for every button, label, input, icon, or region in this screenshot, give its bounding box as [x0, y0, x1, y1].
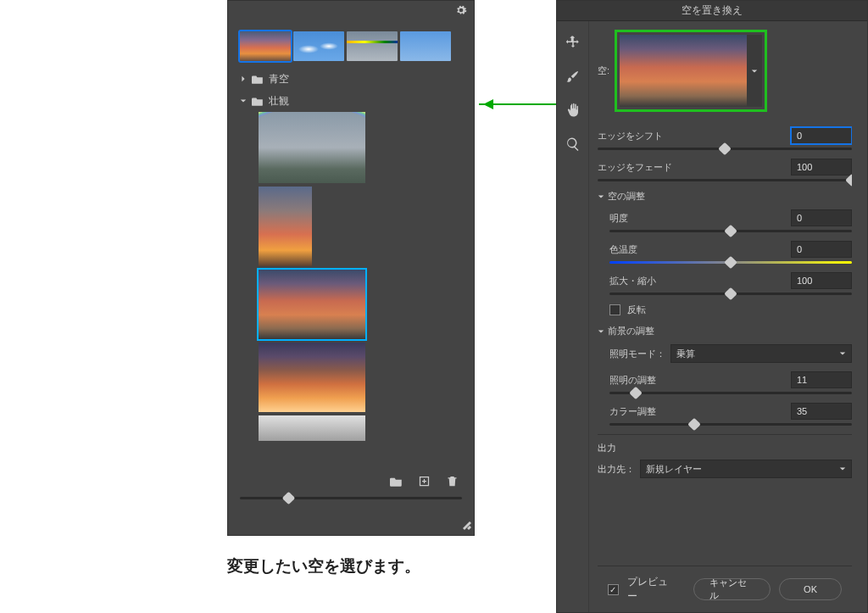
lighting-mode-select[interactable]: 乗算 [670, 344, 852, 363]
brightness-label: 明度 [609, 212, 628, 225]
temperature-label: 色温度 [609, 243, 637, 256]
scale-input[interactable] [791, 272, 852, 289]
preview-checkbox[interactable] [608, 584, 619, 595]
lighting-mode-label: 照明モード： [609, 348, 665, 360]
flip-checkbox[interactable] [609, 304, 620, 315]
folder-icon[interactable] [390, 475, 403, 490]
thumbnail-zoom-slider[interactable] [228, 493, 474, 504]
sky-thumb[interactable] [259, 112, 365, 183]
recent-thumb[interactable] [240, 31, 291, 61]
gear-icon[interactable] [455, 4, 467, 19]
add-icon[interactable] [418, 475, 431, 490]
sky-preview[interactable] [620, 35, 747, 107]
recent-thumb[interactable] [347, 31, 398, 61]
brush-tool-icon[interactable] [562, 65, 584, 87]
shift-edge-slider[interactable] [598, 148, 852, 150]
cancel-button[interactable]: キャンセル [693, 578, 771, 600]
tool-column [557, 21, 589, 612]
annotation-caption: 変更したい空を選びます。 [227, 555, 420, 577]
sky-preview-highlight [615, 30, 767, 112]
fade-edge-slider[interactable] [598, 179, 852, 181]
lighting-adjust-slider[interactable] [609, 392, 852, 394]
output-section-label: 出力 [598, 442, 852, 454]
recent-thumb[interactable] [400, 31, 451, 61]
dialog-footer: プレビュー キャンセル OK [598, 566, 852, 612]
flip-label: 反転 [627, 304, 646, 316]
color-adjust-input[interactable] [791, 403, 852, 420]
output-target-select[interactable]: 新規レイヤー [640, 460, 852, 478]
recent-sky-thumbnails [228, 21, 474, 68]
resize-grip-icon[interactable] [463, 521, 471, 532]
dialog-title: 空を置き換え [557, 1, 867, 21]
fade-edge-input[interactable] [791, 159, 852, 176]
sky-replacement-dialog: 空を置き換え 空: エッジをシフト [556, 0, 868, 613]
folder-blue-sky[interactable]: 青空 [235, 68, 467, 90]
sky-dropdown-button[interactable] [747, 35, 762, 107]
sky-label: 空: [598, 64, 609, 77]
scale-slider[interactable] [609, 293, 852, 295]
color-adjust-label: カラー調整 [609, 405, 656, 418]
shift-edge-label: エッジをシフト [598, 130, 663, 142]
color-adjust-slider[interactable] [609, 423, 852, 426]
move-tool-icon[interactable] [562, 31, 584, 53]
brightness-input[interactable] [791, 209, 852, 226]
hand-tool-icon[interactable] [562, 99, 584, 121]
fade-edge-label: エッジをフェード [598, 161, 672, 174]
scale-label: 拡大・縮小 [609, 275, 656, 287]
ok-button[interactable]: OK [779, 578, 842, 600]
zoom-tool-icon[interactable] [562, 133, 584, 155]
sky-thumb[interactable] [259, 187, 312, 266]
sky-thumb[interactable] [259, 343, 365, 412]
shift-edge-input[interactable] [791, 127, 852, 144]
temperature-input[interactable] [791, 241, 852, 258]
foreground-adjust-section[interactable]: 前景の調整 [598, 325, 852, 337]
sky-adjust-section[interactable]: 空の調整 [598, 190, 852, 203]
folder-label: 青空 [269, 72, 289, 86]
folder-thumbnails [235, 112, 467, 468]
temperature-slider[interactable] [609, 261, 852, 264]
preview-label: プレビュー [627, 575, 676, 604]
lighting-adjust-label: 照明の調整 [609, 374, 656, 387]
lighting-adjust-input[interactable] [791, 371, 852, 388]
recent-thumb[interactable] [293, 31, 344, 61]
trash-icon[interactable] [446, 475, 459, 490]
sky-thumb[interactable] [259, 270, 365, 339]
folder-label: 壮観 [269, 94, 289, 109]
output-target-label: 出力先： [598, 463, 635, 476]
sky-thumb[interactable] [259, 415, 365, 441]
sky-picker-panel: 青空 壮観 [227, 0, 475, 536]
brightness-slider[interactable] [609, 230, 852, 232]
folder-spectacular[interactable]: 壮観 [235, 90, 467, 112]
